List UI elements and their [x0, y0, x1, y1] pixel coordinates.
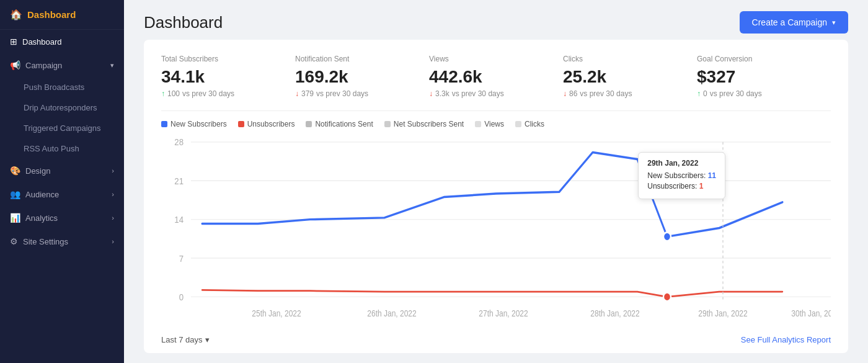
sidebar-item-audience[interactable]: 👥 Audience ›	[0, 182, 124, 206]
sidebar-item-label: Site Settings	[23, 237, 68, 246]
tooltip-date: 29th Jan, 2022	[647, 159, 716, 168]
change-text: vs prev 30 days	[710, 89, 762, 98]
stat-goal-conversion: Goal Conversion $327 ↑ 0 vs prev 30 days	[697, 55, 831, 98]
sidebar-item-design[interactable]: 🎨 Design ›	[0, 159, 124, 182]
svg-text:29th Jan, 2022: 29th Jan, 2022	[698, 308, 747, 318]
chart-svg: 28 21 14 7 0 25th Jan, 2022	[161, 133, 831, 323]
stat-label: Clicks	[563, 55, 684, 63]
sidebar-item-campaign[interactable]: 📢 Campaign ▾	[0, 53, 124, 77]
sidebar: 🏠 Dashboard ⊞ Dashboard 📢 Campaign ▾ Pus…	[0, 0, 124, 363]
tooltip-new-subscribers: New Subscribers: 11	[647, 171, 716, 180]
stat-change: ↑ 0 vs prev 30 days	[697, 89, 818, 98]
rss-auto-push-label: RSS Auto Push	[24, 144, 79, 153]
page-header: Dashboard Create a Campaign ▾	[124, 0, 868, 40]
chevron-down-icon: ▾	[110, 61, 114, 69]
campaign-icon: 📢	[10, 60, 20, 70]
stat-views: Views 442.6k ↓ 3.3k vs prev 30 days	[429, 55, 563, 98]
tooltip-us-label: Unsubscribers:	[647, 182, 697, 190]
svg-text:30th Jan, 2022: 30th Jan, 2022	[791, 308, 831, 318]
sidebar-item-drip-autoresponders[interactable]: Drip Autoresponders	[0, 97, 124, 118]
chart-area: 29th Jan, 2022 New Subscribers: 11 Unsub…	[161, 133, 831, 329]
change-text: vs prev 30 days	[580, 89, 632, 98]
legend-views: Views	[475, 120, 504, 128]
legend-label: Unsubscribers	[247, 120, 295, 128]
design-icon: 🎨	[10, 166, 20, 176]
chevron-down-icon: ▾	[205, 335, 210, 344]
main-content: Dashboard Create a Campaign ▾ Total Subs…	[124, 0, 868, 363]
dashboard-content: Total Subscribers 34.1k ↑ 100 vs prev 30…	[124, 40, 868, 363]
change-val: 3.3k	[435, 89, 450, 98]
svg-text:28: 28	[174, 137, 184, 148]
sidebar-logo: 🏠 Dashboard	[0, 0, 124, 30]
sidebar-sub-campaign: Push Broadcasts Drip Autoresponders Trig…	[0, 77, 124, 159]
sidebar-item-push-broadcasts[interactable]: Push Broadcasts	[0, 77, 124, 97]
chevron-down-icon: ▾	[832, 19, 836, 27]
down-arrow-icon: ↓	[295, 89, 299, 98]
change-text: vs prev 30 days	[452, 89, 504, 98]
legend-label: New Subscribers	[170, 120, 227, 128]
sidebar-item-rss-auto-push[interactable]: RSS Auto Push	[0, 138, 124, 159]
sidebar-item-label: Campaign	[25, 61, 62, 70]
down-arrow-icon: ↓	[429, 89, 433, 98]
dashboard-card: Total Subscribers 34.1k ↑ 100 vs prev 30…	[144, 40, 848, 353]
sidebar-item-label: Dashboard	[22, 37, 62, 47]
chart-tooltip: 29th Jan, 2022 New Subscribers: 11 Unsub…	[638, 152, 725, 199]
legend-dot	[475, 121, 481, 127]
create-campaign-button[interactable]: Create a Campaign ▾	[740, 11, 848, 34]
change-val: 379	[301, 89, 314, 98]
period-label: Last 7 days	[161, 335, 203, 344]
legend-dot	[384, 121, 391, 127]
legend-label: Clicks	[525, 120, 544, 128]
svg-text:21: 21	[174, 176, 184, 186]
sidebar-item-analytics[interactable]: 📊 Analytics ›	[0, 206, 124, 230]
tooltip-us-val: 1	[699, 182, 704, 190]
tooltip-unsubscribers: Unsubscribers: 1	[647, 182, 716, 190]
stat-total-subscribers: Total Subscribers 34.1k ↑ 100 vs prev 30…	[161, 55, 295, 98]
drip-autoresponders-label: Drip Autoresponders	[24, 103, 97, 112]
card-footer: Last 7 days ▾ See Full Analytics Report	[161, 329, 831, 353]
page-title: Dashboard	[144, 13, 223, 32]
stat-label: Goal Conversion	[697, 55, 818, 63]
change-val: 0	[703, 89, 707, 98]
see-full-analytics-report-link[interactable]: See Full Analytics Report	[741, 335, 831, 344]
legend-notifications-sent: Notifications Sent	[306, 120, 373, 128]
up-arrow-icon: ↑	[697, 89, 701, 98]
chart-legend: New Subscribers Unsubscribers Notificati…	[161, 111, 831, 133]
analytics-icon: 📊	[10, 213, 20, 223]
sidebar-item-triggered-campaigns[interactable]: Triggered Campaigns	[0, 118, 124, 138]
change-val: 86	[569, 89, 577, 98]
svg-text:7: 7	[179, 253, 184, 264]
chevron-right-icon: ›	[112, 190, 114, 198]
push-broadcasts-label: Push Broadcasts	[24, 83, 84, 92]
stat-change: ↓ 3.3k vs prev 30 days	[429, 89, 551, 98]
stat-change: ↓ 379 vs prev 30 days	[295, 89, 417, 98]
stat-label: Total Subscribers	[161, 55, 283, 63]
svg-text:25th Jan, 2022: 25th Jan, 2022	[252, 308, 301, 318]
legend-label: Notifications Sent	[315, 120, 373, 128]
svg-point-11	[663, 292, 671, 301]
svg-text:26th Jan, 2022: 26th Jan, 2022	[367, 308, 416, 318]
legend-new-subscribers: New Subscribers	[161, 120, 227, 128]
sidebar-item-site-settings[interactable]: ⚙ Site Settings ›	[0, 230, 124, 253]
period-selector[interactable]: Last 7 days ▾	[161, 335, 210, 344]
chevron-right-icon: ›	[112, 214, 114, 222]
stat-notification-sent: Notification Sent 169.2k ↓ 379 vs prev 3…	[295, 55, 429, 98]
sidebar-item-dashboard[interactable]: ⊞ Dashboard	[0, 30, 124, 53]
stat-value: $327	[697, 67, 818, 87]
legend-dot	[238, 121, 244, 127]
triggered-campaigns-label: Triggered Campaigns	[24, 123, 101, 133]
svg-point-10	[663, 232, 671, 241]
legend-dot	[161, 121, 167, 127]
stat-label: Notification Sent	[295, 55, 417, 63]
sidebar-item-label: Audience	[25, 190, 59, 199]
stat-clicks: Clicks 25.2k ↓ 86 vs prev 30 days	[563, 55, 697, 98]
change-text: vs prev 30 days	[316, 89, 368, 98]
change-text: vs prev 30 days	[182, 89, 234, 98]
down-arrow-icon: ↓	[563, 89, 567, 98]
legend-dot	[515, 121, 521, 127]
svg-text:27th Jan, 2022: 27th Jan, 2022	[479, 308, 528, 318]
legend-label: Views	[484, 120, 504, 128]
tooltip-ns-label: New Subscribers:	[647, 171, 706, 180]
settings-icon: ⚙	[10, 236, 18, 246]
stat-value: 34.1k	[161, 67, 283, 87]
